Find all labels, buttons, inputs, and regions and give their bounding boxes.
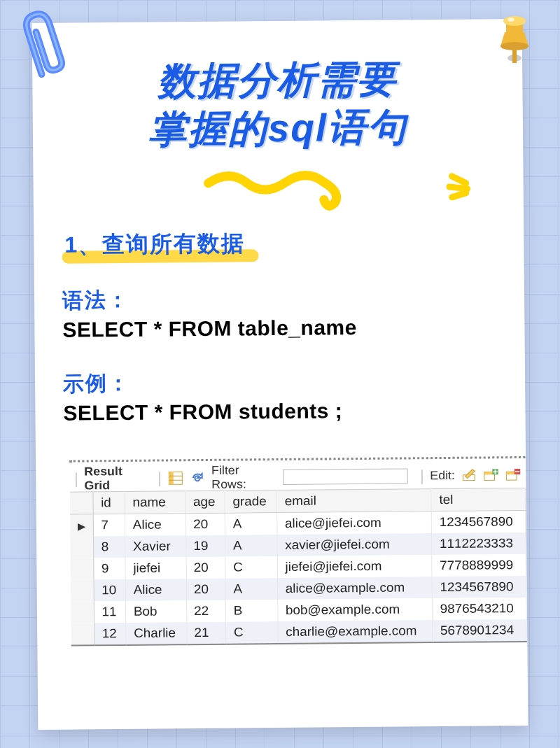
result-grid-label: Result Grid (84, 464, 151, 493)
cell-id[interactable]: 12 (94, 622, 127, 644)
svg-point-4 (503, 16, 526, 26)
pushpin-icon (486, 13, 542, 72)
svg-point-2 (500, 42, 528, 50)
decorative-divider (61, 163, 496, 216)
add-row-icon[interactable] (483, 467, 499, 483)
cell-grade[interactable]: C (225, 556, 277, 579)
cell-name[interactable]: jiefei (125, 557, 186, 579)
table-row[interactable]: 12Charlie21Ccharlie@example.com567890123… (71, 619, 526, 645)
edit-row-icon[interactable] (461, 467, 477, 483)
syntax-code: SELECT * FROM table_name (62, 314, 496, 341)
cell-id[interactable]: 9 (94, 557, 126, 579)
cell-name[interactable]: Alice (125, 579, 186, 601)
cell-grade[interactable]: A (225, 578, 277, 600)
cell-age[interactable]: 19 (186, 535, 225, 556)
svg-rect-7 (169, 472, 173, 484)
result-toolbar: | Result Grid | Filter Rows: | Edit: (70, 462, 526, 491)
title-line-1: 数据分析需要 (158, 57, 398, 103)
title-line-2: 掌握的sql语句 (148, 105, 407, 150)
result-panel: | Result Grid | Filter Rows: | Edit: (69, 456, 526, 646)
row-selector[interactable] (71, 558, 94, 579)
example-code: SELECT * FROM students ; (63, 397, 497, 425)
page-title: 数据分析需要 掌握的sql语句 (60, 54, 495, 154)
cell-id[interactable]: 8 (93, 535, 125, 557)
cell-email[interactable]: xavier@jiefei.com (277, 533, 432, 556)
squiggle-icon (201, 164, 370, 214)
cell-age[interactable]: 22 (186, 600, 226, 621)
filter-rows-input[interactable] (283, 468, 408, 485)
cell-name[interactable]: Bob (126, 600, 187, 623)
delete-row-icon[interactable] (505, 467, 521, 483)
cell-tel[interactable]: 1112223333 (432, 532, 526, 554)
cell-email[interactable]: jiefei@jiefei.com (277, 555, 432, 578)
example-label: 示例： (63, 366, 497, 398)
row-selector[interactable] (70, 536, 93, 558)
col-name[interactable]: name (125, 491, 186, 514)
cell-tel[interactable]: 9876543210 (433, 597, 526, 619)
cell-age[interactable]: 20 (186, 513, 225, 535)
row-selector[interactable] (71, 579, 94, 601)
cell-id[interactable]: 11 (94, 600, 126, 622)
note-paper: 数据分析需要 掌握的sql语句 1、查询所有数据 语法： SELECT * FR… (32, 19, 528, 730)
cell-tel[interactable]: 7778889999 (432, 553, 526, 576)
row-selector[interactable] (71, 623, 94, 645)
row-selector[interactable] (71, 601, 94, 623)
result-table: id name age grade email tel ▶7Alice20Aal… (70, 487, 527, 646)
cell-age[interactable]: 20 (186, 556, 226, 578)
section-heading: 1、查询所有数据 (62, 228, 251, 262)
filter-rows-label: Filter Rows: (211, 463, 277, 492)
cell-email[interactable]: charlie@example.com (278, 620, 433, 644)
svg-point-5 (507, 17, 514, 22)
cell-age[interactable]: 20 (186, 578, 226, 600)
grid-icon[interactable] (167, 470, 183, 486)
cell-grade[interactable]: A (225, 535, 277, 557)
cell-grade[interactable]: B (226, 600, 278, 622)
cell-grade[interactable]: C (226, 621, 278, 644)
col-grade[interactable]: grade (225, 490, 276, 513)
paperclip-icon (9, 1, 82, 97)
row-selector[interactable]: ▶ (70, 514, 93, 536)
refresh-icon[interactable] (190, 470, 206, 485)
cell-email[interactable]: bob@example.com (278, 598, 433, 621)
cell-grade[interactable]: A (225, 512, 277, 535)
edit-label: Edit: (430, 468, 455, 482)
cell-tel[interactable]: 1234567890 (431, 510, 525, 533)
cell-name[interactable]: Xavier (125, 535, 186, 558)
cell-id[interactable]: 10 (94, 579, 126, 600)
cell-age[interactable]: 21 (186, 621, 226, 644)
cell-email[interactable]: alice@jiefei.com (277, 511, 432, 534)
cell-name[interactable]: Alice (125, 513, 186, 535)
col-id[interactable]: id (93, 491, 125, 514)
cell-email[interactable]: alice@example.com (278, 577, 433, 600)
row-selector-header (70, 491, 93, 514)
cell-id[interactable]: 7 (93, 514, 125, 536)
cell-name[interactable]: Charlie (126, 622, 187, 645)
sparkle-lines-icon (446, 169, 484, 204)
col-tel[interactable]: tel (431, 488, 525, 511)
cell-tel[interactable]: 5678901234 (433, 619, 526, 642)
col-email[interactable]: email (276, 488, 431, 512)
cell-tel[interactable]: 1234567890 (432, 575, 526, 598)
col-age[interactable]: age (186, 491, 225, 513)
syntax-label: 语法： (62, 283, 496, 315)
